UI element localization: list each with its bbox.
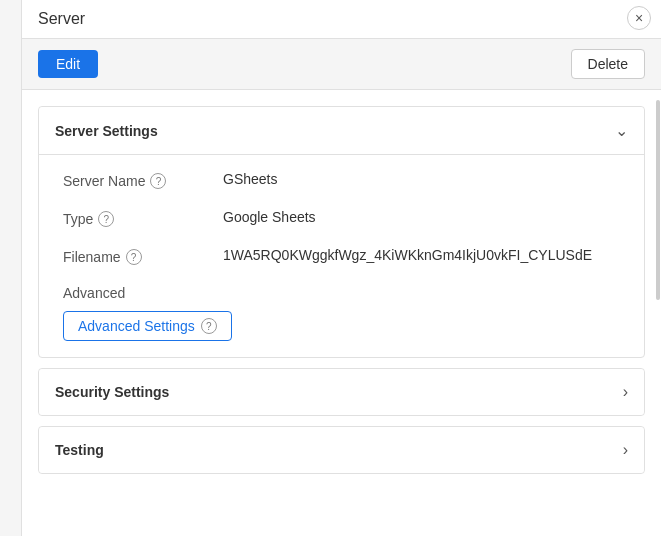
testing-section: Testing › xyxy=(38,426,645,474)
scrollbar-track xyxy=(655,0,661,536)
security-settings-chevron: › xyxy=(623,383,628,401)
server-name-label: Server Name ? xyxy=(63,171,223,189)
close-button[interactable]: × xyxy=(627,6,651,30)
type-label: Type ? xyxy=(63,209,223,227)
server-settings-title: Server Settings xyxy=(55,123,158,139)
advanced-label: Advanced xyxy=(63,285,620,301)
content-area: Server Settings ⌄ Server Name ? GSheets … xyxy=(22,90,661,536)
type-row: Type ? Google Sheets xyxy=(63,209,620,227)
testing-chevron: › xyxy=(623,441,628,459)
server-settings-body: Server Name ? GSheets Type ? Google Shee… xyxy=(39,155,644,357)
server-name-value: GSheets xyxy=(223,171,620,187)
filename-value: 1WA5RQ0KWggkfWgz_4KiWKknGm4IkjU0vkFI_CYL… xyxy=(223,247,620,263)
security-settings-section: Security Settings › xyxy=(38,368,645,416)
delete-button[interactable]: Delete xyxy=(571,49,645,79)
advanced-settings-help-icon[interactable]: ? xyxy=(201,318,217,334)
filename-row: Filename ? 1WA5RQ0KWggkfWgz_4KiWKknGm4Ik… xyxy=(63,247,620,265)
security-settings-title: Security Settings xyxy=(55,384,169,400)
scrollbar-thumb[interactable] xyxy=(656,100,660,300)
advanced-settings-button[interactable]: Advanced Settings ? xyxy=(63,311,232,341)
panel-header: Server ↗ × xyxy=(22,0,661,39)
server-name-row: Server Name ? GSheets xyxy=(63,171,620,189)
edit-button[interactable]: Edit xyxy=(38,50,98,78)
security-settings-header[interactable]: Security Settings › xyxy=(39,369,644,415)
advanced-section: Advanced Advanced Settings ? xyxy=(63,285,620,341)
panel-title: Server xyxy=(38,10,85,28)
filename-label: Filename ? xyxy=(63,247,223,265)
server-name-help-icon[interactable]: ? xyxy=(150,173,166,189)
filename-help-icon[interactable]: ? xyxy=(126,249,142,265)
testing-header[interactable]: Testing › xyxy=(39,427,644,473)
type-value: Google Sheets xyxy=(223,209,620,225)
type-help-icon[interactable]: ? xyxy=(98,211,114,227)
server-settings-chevron: ⌄ xyxy=(615,121,628,140)
toolbar: Edit Delete xyxy=(22,39,661,90)
testing-title: Testing xyxy=(55,442,104,458)
server-settings-section: Server Settings ⌄ Server Name ? GSheets … xyxy=(38,106,645,358)
server-settings-header[interactable]: Server Settings ⌄ xyxy=(39,107,644,155)
server-panel: Server ↗ × Edit Delete Server Settings ⌄… xyxy=(21,0,661,536)
